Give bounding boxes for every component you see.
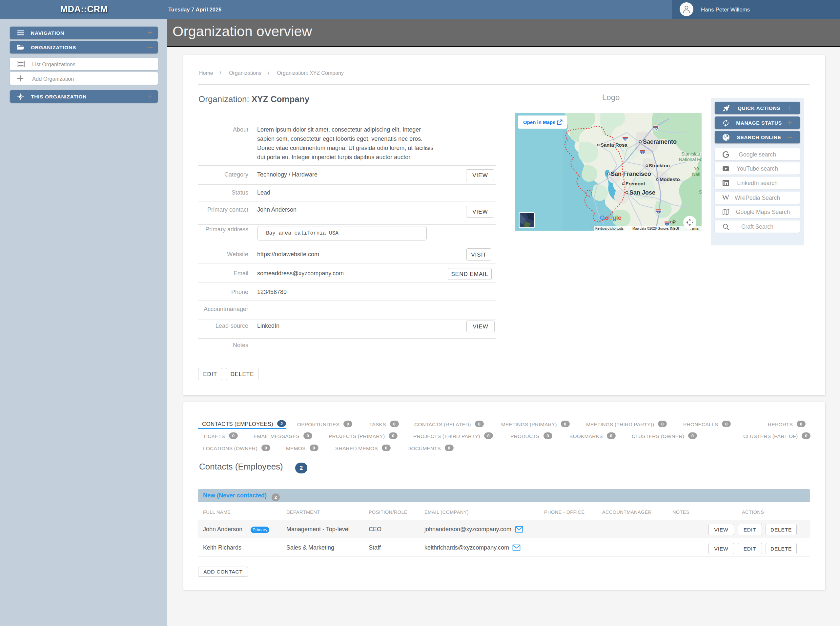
svg-text:e: e bbox=[618, 214, 621, 221]
svg-text:Open in Maps: Open in Maps bbox=[523, 119, 555, 125]
svg-text:g: g bbox=[613, 214, 617, 221]
svg-text:Modesto: Modesto bbox=[660, 177, 680, 182]
svg-text:National Fo: National Fo bbox=[679, 157, 702, 162]
svg-text:Yo: Yo bbox=[694, 166, 699, 171]
svg-text:Fremont: Fremont bbox=[626, 181, 645, 186]
svg-text:Sacramento: Sacramento bbox=[643, 138, 677, 145]
svg-text:5: 5 bbox=[642, 152, 643, 155]
svg-text:Stanislau: Stanislau bbox=[681, 151, 700, 156]
svg-text:80: 80 bbox=[654, 128, 657, 131]
svg-text:505: 505 bbox=[623, 139, 628, 142]
svg-text:Santa Rosa: Santa Rosa bbox=[601, 142, 628, 148]
svg-text:S: S bbox=[699, 189, 702, 194]
svg-text:o: o bbox=[609, 214, 613, 221]
svg-text:P: P bbox=[672, 219, 676, 225]
svg-text:Stockton: Stockton bbox=[649, 163, 670, 168]
svg-text:Nati: Nati bbox=[692, 172, 700, 177]
svg-text:o: o bbox=[605, 214, 609, 221]
svg-text:G: G bbox=[600, 214, 605, 221]
svg-text:San Jose: San Jose bbox=[629, 189, 655, 196]
svg-text:Keyboard shortcuts: Keyboard shortcuts bbox=[595, 227, 623, 230]
svg-text:San Francisco: San Francisco bbox=[611, 171, 651, 177]
svg-text:5: 5 bbox=[658, 211, 660, 214]
svg-text:l: l bbox=[616, 214, 618, 221]
svg-text:Map data ©2026 Google, INEGI: Map data ©2026 Google, INEGI bbox=[632, 227, 679, 230]
